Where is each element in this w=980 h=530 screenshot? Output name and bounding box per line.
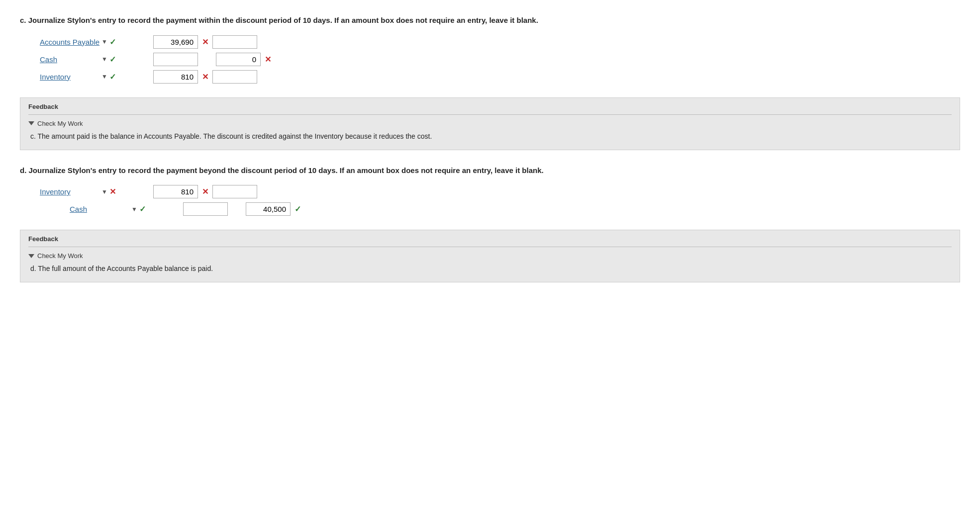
account-link-d-1[interactable]: Cash xyxy=(70,205,129,213)
debit-input-c-2[interactable] xyxy=(153,70,198,84)
account-check-c-0: ✓ xyxy=(109,37,116,47)
account-link-c-2[interactable]: Inventory xyxy=(40,73,99,81)
journal-row-d-1: Cash▼✓✓ xyxy=(40,202,960,216)
debit-input-d-1[interactable] xyxy=(183,202,228,216)
journal-row-c-0: Accounts Payable▼✓✕ xyxy=(40,35,960,49)
dropdown-arrow-c-1[interactable]: ▼ xyxy=(101,56,107,63)
feedback-text-d: d. The full amount of the Accounts Payab… xyxy=(28,264,952,274)
dropdown-arrow-d-1[interactable]: ▼ xyxy=(131,206,137,213)
journal-row-c-2: Inventory▼✓✕ xyxy=(40,70,960,84)
feedback-title-d: Feedback xyxy=(28,235,952,243)
account-select-c-0: Accounts Payable▼✓ xyxy=(40,37,149,47)
credit-input-c-0[interactable] xyxy=(212,35,257,49)
feedback-section-c: FeedbackCheck My Workc. The amount paid … xyxy=(20,97,960,150)
account-x-d-0: ✕ xyxy=(109,187,116,196)
account-check-c-2: ✓ xyxy=(109,72,116,82)
account-check-c-1: ✓ xyxy=(109,55,116,64)
debit-x-c-2: ✕ xyxy=(202,72,208,82)
triangle-icon-c xyxy=(28,121,34,125)
account-link-c-1[interactable]: Cash xyxy=(40,55,99,64)
question-text-d: Journalize Stylon's entry to record the … xyxy=(29,166,544,175)
feedback-title-c: Feedback xyxy=(28,103,952,110)
account-select-d-0: Inventory▼✕ xyxy=(40,187,149,196)
check-my-work-d[interactable]: Check My Work xyxy=(28,252,952,260)
account-select-d-1: Cash▼✓ xyxy=(70,204,179,214)
question-label-c: c. Journalize Stylon's entry to record t… xyxy=(20,15,960,26)
check-my-work-label-d: Check My Work xyxy=(37,252,83,260)
debit-input-c-1[interactable] xyxy=(153,53,198,66)
journal-section-c: Accounts Payable▼✓✕Cash▼✓✕Inventory▼✓✕ xyxy=(20,35,960,84)
account-check-d-1: ✓ xyxy=(139,204,146,214)
account-link-d-0[interactable]: Inventory xyxy=(40,187,99,196)
journal-row-c-1: Cash▼✓✕ xyxy=(40,53,960,66)
question-letter-d: d. xyxy=(20,166,26,175)
journal-row-d-0: Inventory▼✕✕ xyxy=(40,185,960,198)
debit-input-c-0[interactable] xyxy=(153,35,198,49)
debit-input-d-0[interactable] xyxy=(153,185,198,198)
dropdown-arrow-c-0[interactable]: ▼ xyxy=(101,38,107,45)
credit-input-c-2[interactable] xyxy=(212,70,257,84)
feedback-divider-c xyxy=(28,114,952,115)
dropdown-arrow-d-0[interactable]: ▼ xyxy=(101,188,107,195)
credit-input-d-0[interactable] xyxy=(212,185,257,198)
account-link-c-0[interactable]: Accounts Payable xyxy=(40,38,99,46)
debit-x-d-0: ✕ xyxy=(202,187,208,196)
credit-input-c-1[interactable] xyxy=(216,53,261,66)
feedback-text-c: c. The amount paid is the balance in Acc… xyxy=(28,131,952,142)
account-select-c-1: Cash▼✓ xyxy=(40,55,149,64)
feedback-section-d: FeedbackCheck My Workd. The full amount … xyxy=(20,230,960,282)
triangle-icon-d xyxy=(28,254,34,258)
question-letter-c: c. xyxy=(20,16,26,24)
check-my-work-c[interactable]: Check My Work xyxy=(28,120,952,127)
journal-section-d: Inventory▼✕✕Cash▼✓✓ xyxy=(20,185,960,216)
dropdown-arrow-c-2[interactable]: ▼ xyxy=(101,73,107,80)
question-text-c: Journalize Stylon's entry to record the … xyxy=(28,16,538,24)
feedback-divider-d xyxy=(28,247,952,247)
credit-check-d-1: ✓ xyxy=(294,204,301,214)
question-label-d: d. Journalize Stylon's entry to record t… xyxy=(20,165,960,177)
credit-input-d-1[interactable] xyxy=(246,202,291,216)
check-my-work-label-c: Check My Work xyxy=(37,120,83,127)
credit-x-c-1: ✕ xyxy=(265,55,271,64)
account-select-c-2: Inventory▼✓ xyxy=(40,72,149,82)
debit-x-c-0: ✕ xyxy=(202,37,208,47)
